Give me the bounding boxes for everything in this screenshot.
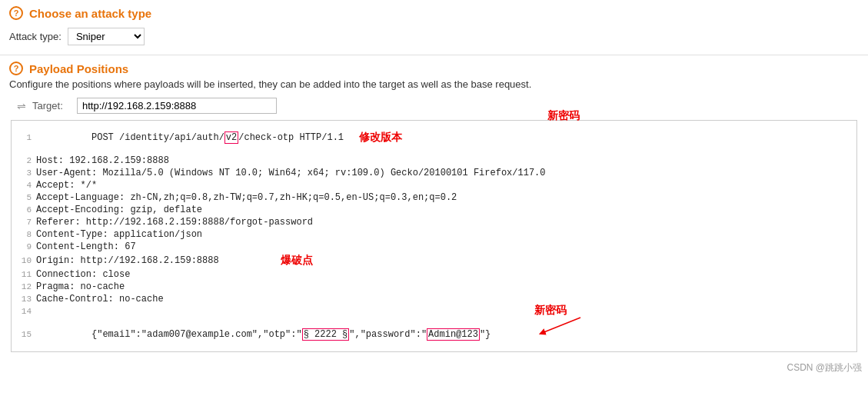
attack-type-label: Attack type: (9, 31, 62, 42)
request-line-7: 7 Referer: http://192.168.2.159:8888/for… (12, 216, 856, 228)
footer-text: CSDN @跳跳小强 (787, 362, 862, 373)
section-payload-header: ? Payload Positions (9, 62, 859, 75)
request-line-1: 1 POST /identity/api/auth/v2/check-otp H… (12, 121, 856, 155)
request-editor-container: 1 POST /identity/api/auth/v2/check-otp H… (11, 120, 857, 352)
attack-type-select[interactable]: Sniper (68, 28, 145, 45)
help-icon-payload[interactable]: ? (9, 62, 23, 75)
section-payload-positions: ? Payload Positions Configure the positi… (0, 55, 868, 358)
request-line-14: 14 (12, 305, 856, 318)
request-line-6: 6 Accept-Encoding: gzip, deflate (12, 204, 856, 216)
footer: CSDN @跳跳小强 (0, 358, 868, 378)
request-line-13: 13 Cache-Control: no-cache (12, 293, 856, 305)
help-icon-attack[interactable]: ? (9, 6, 23, 20)
line-num-1: 1 (15, 133, 32, 142)
arrow-newpwd-svg (511, 314, 604, 344)
request-line-3: 3 User-Agent: Mozilla/5.0 (Windows NT 10… (12, 167, 856, 179)
highlight-pwd: Admin@123 (427, 328, 480, 341)
section-payload-title: Payload Positions (29, 62, 128, 75)
request-editor[interactable]: 1 POST /identity/api/auth/v2/check-otp H… (11, 120, 857, 352)
highlight-v2: v2 (224, 131, 238, 144)
request-line-9: 9 Content-Length: 67 (12, 241, 856, 253)
target-arrows-icon: ⇌ (17, 100, 26, 112)
request-line-2: 2 Host: 192.168.2.159:8888 (12, 155, 856, 167)
payload-description: Configure the positions where payloads w… (9, 78, 859, 90)
annotation-newpwd: 新密码 (534, 304, 567, 318)
request-line-15: 15 {"email":"adam007@example.com","otp":… (12, 318, 856, 351)
request-line-11: 11 Connection: close (12, 268, 856, 281)
request-line-12: 12 Pragma: no-cache (12, 281, 856, 293)
request-line-8: 8 Content-Type: application/json (12, 228, 856, 241)
target-label: Target: (32, 100, 71, 111)
floating-newpwd-label: 新密码 (547, 109, 580, 123)
request-line-4: 4 Accept: */* (12, 179, 856, 191)
attack-type-row: Attack type: Sniper (9, 25, 859, 48)
svg-line-1 (542, 318, 580, 333)
request-line-5: 5 Accept-Language: zh-CN,zh;q=0.8,zh-TW;… (12, 191, 856, 204)
target-row: ⇌ Target: (9, 98, 859, 114)
target-input[interactable] (77, 98, 277, 114)
section-attack-type-title: Choose an attack type (29, 7, 151, 20)
request-line-10: 10 Origin: http://192.168.2.159:8888 爆破点 (12, 253, 856, 268)
annotation-modify: 修改版本 (359, 131, 402, 145)
annotation-breakpoint: 爆破点 (281, 254, 313, 268)
section-attack-type-header: ? Choose an attack type (9, 6, 859, 20)
highlight-otp: § 2222 § (302, 328, 350, 341)
section-attack-type: ? Choose an attack type Attack type: Sni… (0, 0, 868, 55)
